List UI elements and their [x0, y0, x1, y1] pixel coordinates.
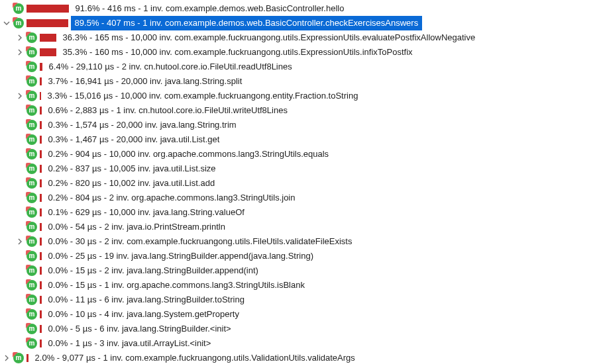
tree-row[interactable]: m 36.3% - 165 ms - 10,000 inv. com.examp… [0, 30, 599, 45]
tree-row[interactable]: m 0.1% - 629 µs - 10,000 inv. java.lang.… [0, 205, 599, 220]
method-badge-icon: m [27, 91, 37, 101]
method-badge-icon: m [27, 222, 37, 232]
tree-row[interactable]: m 0.2% - 904 µs - 10,000 inv. org.apache… [0, 147, 599, 161]
tree-row[interactable]: m 3.3% - 15,016 µs - 10,000 inv. com.exa… [0, 89, 599, 103]
indent-spacer [0, 176, 13, 191]
row-label: 3.7% - 16,941 µs - 20,000 inv. java.lang… [44, 74, 246, 89]
collapse-arrow-icon[interactable] [0, 16, 13, 30]
tree-row[interactable]: m 0.2% - 820 µs - 10,002 inv. java.util.… [0, 176, 599, 191]
method-badge-icon: m [13, 18, 24, 28]
method-badge-icon: m [27, 251, 37, 261]
expand-arrow-icon[interactable] [13, 30, 27, 45]
expand-arrow-icon[interactable] [13, 89, 27, 103]
indent-spacer [0, 307, 13, 322]
tree-row[interactable]: m 0.3% - 1,574 µs - 20,000 inv. java.lan… [0, 118, 599, 132]
indent-spacer [0, 132, 13, 147]
tree-row[interactable]: m 35.3% - 160 ms - 10,000 inv. com.examp… [0, 45, 599, 60]
row-label: 91.6% - 416 ms - 1 inv. com.example.demo… [72, 1, 348, 16]
tree-row[interactable]: m 0.6% - 2,883 µs - 1 inv. cn.hutool.cor… [0, 103, 599, 118]
row-label: 0.0% - 5 µs - 6 inv. java.lang.StringBui… [44, 322, 235, 336]
time-bar [40, 252, 42, 260]
tree-row[interactable]: m 0.0% - 10 µs - 4 inv. java.lang.System… [0, 307, 599, 322]
indent-spacer [0, 60, 13, 74]
tree-row[interactable]: m 6.4% - 29,110 µs - 2 inv. cn.hutool.co… [0, 60, 599, 74]
row-label: 0.2% - 904 µs - 10,000 inv. org.apache.c… [44, 147, 333, 161]
time-bar [40, 63, 42, 71]
expand-arrow-icon[interactable] [13, 45, 27, 60]
time-bar [40, 325, 42, 333]
method-badge-icon: m [27, 120, 37, 130]
row-label: 35.3% - 160 ms - 10,000 inv. com.example… [59, 45, 416, 60]
arrow-placeholder [0, 1, 13, 16]
arrow-placeholder [13, 220, 27, 234]
tree-row[interactable]: m 91.6% - 416 ms - 1 inv. com.example.de… [0, 1, 599, 16]
tree-row[interactable]: m 0.0% - 5 µs - 6 inv. java.lang.StringB… [0, 322, 599, 336]
time-bar [40, 107, 42, 114]
tree-row[interactable]: m 0.0% - 25 µs - 19 inv. java.lang.Strin… [0, 249, 599, 263]
method-badge-icon: m [27, 265, 37, 276]
arrow-placeholder [13, 191, 27, 205]
time-bar [27, 19, 68, 27]
indent-spacer [0, 103, 13, 118]
tree-row[interactable]: m 0.0% - 15 µs - 2 inv. java.lang.String… [0, 263, 599, 278]
tree-row[interactable]: m 89.5% - 407 ms - 1 inv. com.example.de… [0, 16, 599, 30]
expand-arrow-icon[interactable] [0, 351, 13, 364]
time-bar [40, 77, 42, 85]
arrow-placeholder [13, 176, 27, 191]
time-bar [40, 150, 42, 158]
time-bar [40, 296, 42, 304]
row-label: 0.3% - 1,574 µs - 20,000 inv. java.lang.… [44, 118, 240, 132]
row-label: 0.0% - 15 µs - 1 inv. org.apache.commons… [44, 278, 309, 293]
indent-spacer [0, 89, 13, 103]
arrow-placeholder [13, 278, 27, 293]
time-bar [40, 136, 42, 144]
time-bar [40, 267, 42, 275]
time-bar [40, 194, 42, 202]
arrow-placeholder [13, 322, 27, 336]
tree-row[interactable]: m 0.0% - 11 µs - 6 inv. java.lang.String… [0, 293, 599, 307]
time-bar [40, 340, 42, 347]
indent-spacer [0, 45, 13, 60]
method-badge-icon: m [27, 236, 37, 247]
indent-spacer [0, 234, 13, 249]
profiler-tree[interactable]: m 91.6% - 416 ms - 1 inv. com.example.de… [0, 1, 599, 364]
time-bar [40, 121, 42, 129]
time-bar [40, 34, 56, 42]
expand-arrow-icon[interactable] [13, 234, 27, 249]
row-label: 0.6% - 2,883 µs - 1 inv. cn.hutool.core.… [44, 103, 292, 118]
arrow-placeholder [13, 307, 27, 322]
method-badge-icon: m [27, 207, 37, 218]
arrow-placeholder [13, 249, 27, 263]
tree-row[interactable]: m 0.0% - 15 µs - 1 inv. org.apache.commo… [0, 278, 599, 293]
method-badge-icon: m [27, 62, 37, 72]
row-label: 0.0% - 15 µs - 2 inv. java.lang.StringBu… [44, 263, 262, 278]
arrow-placeholder [13, 263, 27, 278]
method-badge-icon: m [27, 32, 37, 43]
indent-spacer [0, 191, 13, 205]
tree-row[interactable]: m 0.3% - 1,467 µs - 20,000 inv. java.uti… [0, 132, 599, 147]
tree-row[interactable]: m 0.0% - 1 µs - 3 inv. java.util.ArrayLi… [0, 336, 599, 351]
time-bar [40, 223, 42, 231]
tree-row[interactable]: m 0.0% - 54 µs - 2 inv. java.io.PrintStr… [0, 220, 599, 234]
arrow-placeholder [13, 103, 27, 118]
time-bar [40, 281, 42, 289]
method-badge-icon: m [13, 353, 24, 363]
indent-spacer [0, 30, 13, 45]
row-label: 0.0% - 30 µs - 2 inv. com.example.fuckru… [44, 234, 356, 249]
indent-spacer [0, 161, 13, 176]
tree-row[interactable]: m 0.0% - 30 µs - 2 inv. com.example.fuck… [0, 234, 599, 249]
tree-row[interactable]: m 3.7% - 16,941 µs - 20,000 inv. java.la… [0, 74, 599, 89]
time-bar [27, 354, 28, 362]
tree-row[interactable]: m 0.2% - 804 µs - 2 inv. org.apache.comm… [0, 191, 599, 205]
tree-row[interactable]: m 2.0% - 9,077 µs - 1 inv. com.example.f… [0, 351, 599, 364]
method-badge-icon: m [27, 280, 37, 291]
method-badge-icon: m [27, 324, 37, 334]
indent-spacer [0, 249, 13, 263]
row-label: 2.0% - 9,077 µs - 1 inv. com.example.fuc… [31, 351, 358, 364]
row-label: 0.1% - 629 µs - 10,000 inv. java.lang.St… [44, 205, 248, 220]
row-label: 36.3% - 165 ms - 10,000 inv. com.example… [59, 30, 479, 45]
row-label: 0.0% - 1 µs - 3 inv. java.util.ArrayList… [44, 336, 215, 351]
method-badge-icon: m [27, 193, 37, 203]
tree-row[interactable]: m 0.2% - 837 µs - 10,005 inv. java.util.… [0, 161, 599, 176]
arrow-placeholder [13, 205, 27, 220]
